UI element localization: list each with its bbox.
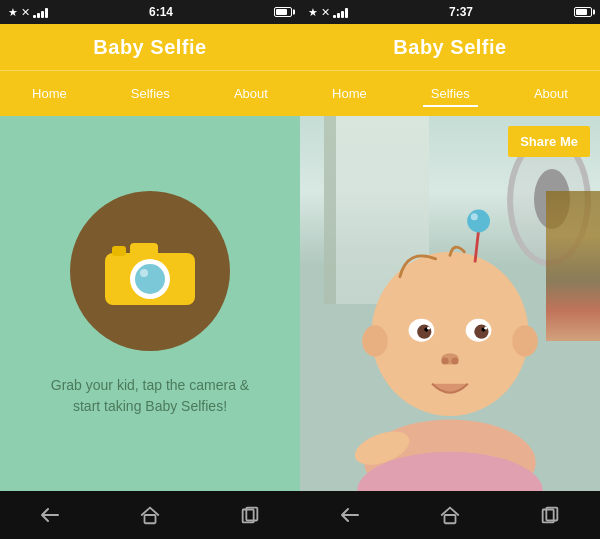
left-tab-selfies[interactable]: Selfies — [123, 82, 178, 105]
right-home-button[interactable] — [430, 495, 470, 535]
svg-rect-2 — [112, 246, 126, 256]
left-back-button[interactable] — [30, 495, 70, 535]
svg-point-5 — [140, 269, 148, 277]
right-signal-bars — [333, 6, 348, 18]
svg-rect-29 — [445, 515, 456, 523]
right-nav-tabs: Home Selfies About — [300, 70, 600, 116]
share-button[interactable]: Share Me — [508, 126, 590, 157]
svg-rect-6 — [145, 515, 156, 523]
right-mute-icon: ✕ — [321, 6, 330, 19]
svg-point-4 — [135, 264, 165, 294]
baby-photo-container: Share Me — [300, 116, 600, 491]
camera-circle[interactable] — [70, 191, 230, 351]
right-tab-selfies[interactable]: Selfies — [423, 82, 478, 105]
left-content: Grab your kid, tap the camera & start ta… — [0, 116, 300, 491]
signal-bar-1 — [33, 15, 36, 18]
left-status-bar: ★ ✕ 6:14 — [0, 0, 300, 24]
right-bluetooth-icon: ★ — [308, 6, 318, 19]
right-time: 7:37 — [449, 5, 473, 19]
right-recent-button[interactable] — [530, 495, 570, 535]
battery-fill-right — [576, 9, 587, 15]
selfie-content: Share Me — [300, 116, 600, 491]
svg-point-21 — [484, 327, 487, 330]
right-status-icons: ★ ✕ — [308, 6, 348, 19]
tagline: Grab your kid, tap the camera & start ta… — [31, 375, 269, 417]
battery-icon-right — [574, 7, 592, 17]
left-tab-home[interactable]: Home — [24, 82, 75, 105]
left-phone: ★ ✕ 6:14 Baby Selfie Home Selfies A — [0, 0, 300, 539]
right-signal-bar-4 — [345, 8, 348, 18]
signal-bar-3 — [41, 11, 44, 18]
svg-point-23 — [441, 357, 448, 364]
bluetooth-icon: ★ — [8, 6, 18, 19]
svg-point-17 — [474, 325, 488, 339]
signal-bar-4 — [45, 8, 48, 18]
svg-point-20 — [427, 327, 430, 330]
left-app-title: Baby Selfie — [93, 36, 206, 59]
left-battery — [274, 7, 292, 17]
right-signal-bar-2 — [337, 13, 340, 18]
right-bottom-bar — [300, 491, 600, 539]
baby-face-svg — [300, 191, 600, 491]
camera-icon — [100, 231, 200, 311]
left-time: 6:14 — [149, 5, 173, 19]
left-home-button[interactable] — [130, 495, 170, 535]
left-bottom-bar — [0, 491, 300, 539]
right-tab-home[interactable]: Home — [324, 82, 375, 105]
right-status-bar: ★ ✕ 7:37 — [300, 0, 600, 24]
svg-point-12 — [362, 325, 388, 356]
mute-icon: ✕ — [21, 6, 30, 19]
svg-point-26 — [467, 210, 490, 233]
right-back-button[interactable] — [330, 495, 370, 535]
left-tab-about[interactable]: About — [226, 82, 276, 105]
svg-point-13 — [512, 325, 538, 356]
right-phone: ★ ✕ 7:37 Baby Selfie Home Selfies A — [300, 0, 600, 539]
signal-bar-2 — [37, 13, 40, 18]
right-app-title: Baby Selfie — [393, 36, 506, 59]
svg-point-24 — [451, 357, 458, 364]
right-app-bar: Baby Selfie — [300, 24, 600, 70]
right-signal-bar-1 — [333, 15, 336, 18]
svg-point-16 — [417, 325, 431, 339]
svg-rect-1 — [130, 243, 158, 259]
left-nav-tabs: Home Selfies About — [0, 70, 300, 116]
left-recent-button[interactable] — [230, 495, 270, 535]
battery-fill-left — [276, 9, 287, 15]
right-tab-about[interactable]: About — [526, 82, 576, 105]
right-signal-bar-3 — [341, 11, 344, 18]
right-battery — [574, 7, 592, 17]
battery-icon-left — [274, 7, 292, 17]
signal-bars — [33, 6, 48, 18]
svg-point-27 — [471, 213, 478, 220]
left-status-icons: ★ ✕ — [8, 6, 48, 19]
left-app-bar: Baby Selfie — [0, 24, 300, 70]
